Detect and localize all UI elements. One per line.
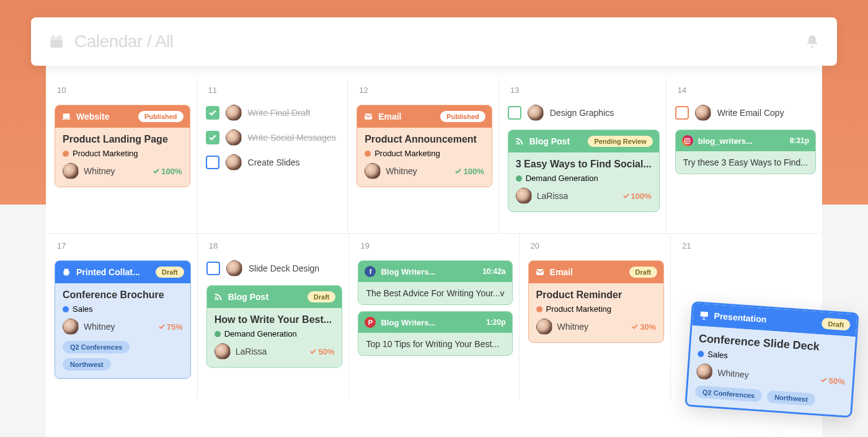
svg-rect-3 [59, 35, 60, 38]
calendar-icon [48, 33, 64, 50]
card-body: Product Announcement Product Marketing W… [357, 128, 492, 187]
owner-name: Whitney [84, 166, 115, 176]
social-text: The Best Advice For Writing Your...v [358, 282, 512, 304]
tag-label: Product Marketing [374, 149, 440, 158]
week-row: 10 Website Published Product Landing Pag… [46, 78, 822, 234]
card-type-label: Website [76, 112, 109, 121]
social-card-facebook[interactable]: f Blog Writers... 10:42a The Best Advice… [358, 260, 512, 305]
checkbox-icon[interactable] [206, 262, 220, 275]
content-card-blog[interactable]: Blog Post Draft How to Write Your Best..… [206, 285, 343, 368]
card-header: Blog Post Draft [207, 286, 342, 308]
day-number: 11 [208, 86, 342, 95]
card-tag: Demand Generation [215, 329, 335, 338]
social-text: Try these 3 Easy Ways to Find... [676, 151, 815, 174]
tag-label: Sales [707, 350, 728, 360]
print-icon [61, 267, 71, 277]
svg-point-7 [516, 143, 518, 145]
email-icon [363, 112, 373, 121]
avatar [226, 154, 242, 170]
task-label: Write Final Draft [248, 108, 311, 118]
content-card-email[interactable]: Email Draft Product Reminder Product Mar… [528, 260, 665, 343]
task-row[interactable]: Write Email Copy [675, 105, 816, 121]
avatar [63, 163, 79, 179]
card-header: Email Published [357, 105, 492, 128]
card-header: Email Draft [529, 261, 664, 283]
app-header: Calendar / All [31, 17, 837, 66]
day-cell-10[interactable]: 10 Website Published Product Landing Pag… [46, 78, 197, 233]
svg-point-14 [215, 299, 216, 301]
task-label: Write Email Copy [717, 108, 784, 118]
svg-rect-8 [685, 138, 690, 143]
checkbox-icon[interactable] [206, 156, 219, 169]
card-tag: Product Marketing [536, 304, 657, 314]
card-tag: Demand Generation [516, 174, 652, 183]
card-tag: Product Marketing [365, 149, 484, 158]
task-label: Write Social Messages [248, 133, 336, 143]
svg-rect-5 [62, 118, 70, 119]
card-header: Printed Collat... Draft [55, 261, 190, 283]
svg-rect-16 [701, 311, 709, 317]
card-title: Product Landing Page [63, 134, 182, 145]
social-time: 10:42a [482, 267, 505, 276]
day-number: 21 [682, 241, 816, 250]
notifications-icon[interactable] [805, 34, 820, 49]
tag-label: Demand Generation [224, 329, 297, 338]
progress-percent: 50% [309, 347, 334, 356]
status-badge: Draft [629, 267, 658, 278]
task-row[interactable]: Design Graphics [508, 105, 660, 121]
status-badge: Published [138, 111, 184, 122]
social-account: Blog Writers... [381, 318, 435, 327]
social-card-pinterest[interactable]: P Blog Writers... 1:20p Top 10 Tips for … [358, 311, 512, 356]
card-type-label: Email [550, 267, 573, 277]
status-badge: Draft [308, 291, 336, 302]
tag-dot [215, 331, 221, 337]
tag-label: Product Marketing [73, 149, 138, 158]
content-card-website[interactable]: Website Published Product Landing Page P… [55, 105, 190, 187]
card-title: How to Write Your Best... [215, 314, 335, 325]
pinterest-icon: P [365, 317, 376, 328]
day-cell-20[interactable]: 20 Email Draft Product Reminder Product … [520, 234, 671, 400]
social-account: blog_writers... [698, 136, 753, 146]
checkbox-icon[interactable] [675, 106, 689, 120]
social-text: Top 10 Tips for Writing Your Best... [358, 333, 512, 355]
check-icon [158, 323, 166, 330]
content-card-print[interactable]: Printed Collat... Draft Conference Broch… [55, 260, 191, 379]
task-row[interactable]: Slide Deck Design [206, 260, 343, 276]
day-cell-17[interactable]: 17 Printed Collat... Draft Conference Br… [46, 234, 198, 400]
owner-name: LaRissa [537, 191, 569, 201]
svg-point-9 [686, 139, 689, 142]
check-icon [309, 348, 317, 355]
checkbox-icon[interactable] [206, 131, 219, 144]
day-cell-12[interactable]: 12 Email Published Product Announcement … [348, 78, 499, 233]
tag-dot [63, 306, 69, 312]
svg-rect-2 [53, 35, 54, 38]
tag-label: Sales [73, 304, 93, 314]
card-pill: Q2 Conferences [63, 341, 130, 353]
content-card-blog[interactable]: Blog Post Pending Review 3 Easy Ways to … [508, 130, 660, 212]
rss-icon [213, 292, 223, 302]
day-number: 19 [360, 241, 512, 250]
day-cell-18[interactable]: 18 Slide Deck Design Blog Post Draft How… [198, 234, 350, 400]
checkbox-icon[interactable] [206, 106, 219, 120]
task-row[interactable]: Create Slides [206, 154, 342, 170]
day-cell-11[interactable]: 11 Write Final Draft Write Social Messag… [197, 78, 348, 233]
day-cell-14[interactable]: 14 Write Email Copy blog_writers... 8:31… [666, 78, 822, 233]
check-icon [153, 167, 160, 175]
avatar [695, 105, 711, 121]
task-row[interactable]: Write Social Messages [206, 130, 342, 146]
day-cell-13[interactable]: 13 Design Graphics Blog Post Pending Rev… [499, 78, 666, 233]
checkbox-icon[interactable] [508, 106, 521, 120]
tag-dot [365, 151, 371, 157]
social-card-instagram[interactable]: blog_writers... 8:31p Try these 3 Easy W… [675, 130, 816, 174]
avatar [63, 319, 79, 335]
social-time: 8:31p [790, 136, 809, 145]
content-card-email[interactable]: Email Published Product Announcement Pro… [356, 105, 492, 187]
day-cell-19[interactable]: 19 f Blog Writers... 10:42a The Best Adv… [349, 234, 519, 400]
card-title: Product Announcement [365, 134, 484, 145]
dragging-card-presentation[interactable]: Presentation Draft Conference Slide Deck… [684, 301, 859, 418]
day-number: 12 [359, 86, 492, 95]
task-row[interactable]: Write Final Draft [206, 105, 342, 121]
owner-name: LaRissa [236, 347, 267, 356]
rss-icon [515, 136, 525, 146]
card-type-label: Presentation [714, 311, 767, 324]
